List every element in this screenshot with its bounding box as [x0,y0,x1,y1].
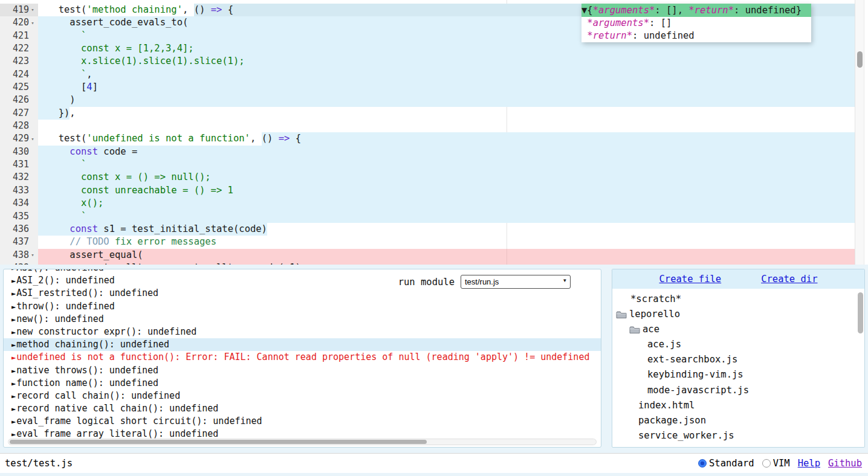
test-result-row[interactable]: ►undefined is not a function(): Error: F… [4,351,601,364]
tree-file-mode-javascript.js[interactable]: mode-javascript.js [612,383,864,398]
line-number[interactable]: 433 [0,184,38,197]
line-number[interactable]: 435 [0,210,38,223]
line-number[interactable]: 438▾ [0,249,38,262]
fold-arrow-icon[interactable]: ▾ [29,4,36,16]
tree-folder-leporello[interactable]: leporello [612,307,864,322]
expand-arrow-icon[interactable]: ► [11,277,16,285]
github-link[interactable]: Github [828,458,862,469]
editor-scrollbar-thumb[interactable] [857,51,863,68]
expand-arrow-icon[interactable]: ► [11,405,16,413]
line-number[interactable]: 422 [0,42,38,55]
code-line-434[interactable]: 434 x(); [0,197,855,210]
line-number[interactable]: 424 [0,68,38,81]
results-horizontal-scrollbar[interactable] [8,439,597,445]
run-module-select[interactable]: test/run.js [461,275,571,289]
tree-file-ext-searchbox.js[interactable]: ext-searchbox.js [612,352,864,367]
expand-arrow-icon[interactable]: ► [11,392,16,400]
editor-scrollbar[interactable] [855,0,864,265]
code-line-431[interactable]: 431 ` [0,158,855,171]
expand-arrow-icon[interactable]: ► [11,430,16,439]
line-number[interactable]: 431 [0,158,38,171]
expand-arrow-icon[interactable]: ► [11,353,16,362]
test-result-row[interactable]: ►method chaining(): undefined [4,338,601,351]
tree-file-keybinding-vim.js[interactable]: keybinding-vim.js [612,367,864,382]
line-number[interactable]: 429▾ [0,132,38,145]
test-result-row[interactable]: ►new(): undefined [4,313,601,326]
run-module-label: run module [398,277,455,288]
keybinding-standard-option[interactable]: Standard [698,458,754,469]
line-number-text: 422 [13,42,29,55]
line-number[interactable]: 425 [0,81,38,94]
expand-arrow-icon[interactable]: ► [11,269,16,272]
line-number[interactable]: 434 [0,197,38,210]
test-result-row[interactable]: ►throw(): undefined [4,300,601,313]
code-line-436[interactable]: 436 const s1 = test_initial_state(code) [0,223,855,236]
code-line-432[interactable]: 432 const x = () => null(); [0,171,855,184]
create-dir-link[interactable]: Create dir [761,274,817,285]
results-scrollbar-thumb[interactable] [10,440,427,444]
help-link[interactable]: Help [798,458,820,469]
line-number[interactable]: 419▾ [0,4,38,16]
line-number[interactable]: 423 [0,55,38,68]
code-editor[interactable]: 419▾ test('method chaining', () => {420▾… [0,0,868,265]
line-number[interactable]: 439 [0,262,38,265]
code-line-423[interactable]: 423 x.slice(1).slice(1).slice(1); [0,55,855,68]
code-line-425[interactable]: 425 [4] [0,81,855,94]
tree-file-package.json[interactable]: package.json [612,413,864,428]
line-number[interactable]: 430 [0,146,38,158]
test-result-row[interactable]: ►record call chain(): undefined [4,390,601,402]
line-number[interactable]: 436 [0,223,38,236]
line-number[interactable]: 437 [0,236,38,248]
fold-arrow-icon[interactable]: ▾ [29,133,36,146]
file-tree-scrollbar-thumb[interactable] [858,292,863,333]
code-line-422[interactable]: 422 const x = [1,2,3,4]; [0,42,855,55]
tooltip-value-row[interactable]: *arguments*: [] [581,17,811,30]
line-number[interactable]: 421 [0,30,38,42]
test-result-row[interactable]: ►eval_frame logical short circuit(): und… [4,415,601,428]
code-line-427[interactable]: 427 }), [0,107,855,120]
line-number[interactable]: 426 [0,94,38,106]
code-line-433[interactable]: 433 const unreachable = () => 1 [0,184,855,197]
tree-file-index.html[interactable]: index.html [612,398,864,413]
expand-arrow-icon[interactable]: ► [11,315,16,324]
code-line-426[interactable]: 426 ) [0,94,855,106]
code-line-438[interactable]: 438▾ assert_equal( [0,249,855,262]
expand-arrow-icon[interactable]: ► [11,341,16,349]
expand-arrow-icon[interactable]: ► [11,367,16,375]
line-number[interactable]: 427 [0,107,38,120]
fold-arrow-icon[interactable]: ▾ [29,17,36,30]
test-result-row[interactable]: ►ASI(): undefined [4,269,601,274]
tree-folder-src[interactable]: src [612,443,864,447]
test-result-row[interactable]: ►function name(): undefined [4,377,601,390]
code-line-435[interactable]: 435 ` [0,210,855,223]
code-line-430[interactable]: 430 const code = [0,146,855,158]
line-number[interactable]: 420▾ [0,16,38,29]
code-line-428[interactable]: 428 [0,120,855,132]
radio-standard-icon[interactable] [698,459,707,468]
tree-file-ace.js[interactable]: ace.js [612,337,864,352]
test-result-row[interactable]: ►native throws(): undefined [4,364,601,377]
tooltip-value-row[interactable]: *return*: undefined [581,30,811,42]
create-file-link[interactable]: Create file [659,274,722,285]
tooltip-header[interactable]: ▼{*arguments*: [], *return*: undefined} [581,4,811,17]
test-result-row[interactable]: ►ASI_restrited(): undefined [4,287,601,300]
line-number[interactable]: 432 [0,171,38,184]
expand-arrow-icon[interactable]: ► [11,289,16,298]
code-line-424[interactable]: 424 `, [0,68,855,81]
test-result-row[interactable]: ►new constructor expr(): undefined [4,326,601,338]
test-result-row[interactable]: ►record native call chain(): undefined [4,402,601,415]
expand-arrow-icon[interactable]: ► [11,379,16,388]
tree-file-*scratch*[interactable]: *scratch* [612,292,864,307]
code-line-439[interactable]: 439 const calltree = root_calltree_node(… [0,262,855,265]
fold-arrow-icon[interactable]: ▾ [29,249,36,262]
expand-arrow-icon[interactable]: ► [11,417,16,426]
tree-file-service_worker.js[interactable]: service_worker.js [612,428,864,443]
tree-folder-ace[interactable]: ace [612,322,864,337]
line-number[interactable]: 428 [0,120,38,132]
keybinding-vim-option[interactable]: VIM [762,458,790,469]
expand-arrow-icon[interactable]: ► [11,328,16,336]
expand-arrow-icon[interactable]: ► [11,303,16,311]
code-line-437[interactable]: 437 // TODO fix error messages [0,236,855,248]
code-line-429[interactable]: 429▾ test('undefined is not a function',… [0,132,855,145]
radio-vim-icon[interactable] [762,459,771,468]
